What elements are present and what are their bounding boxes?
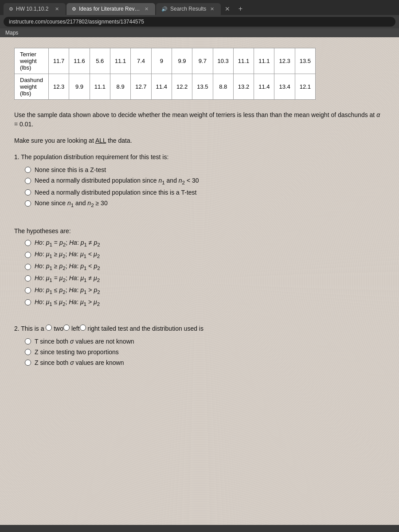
terrier-val-1: 11.7 <box>49 48 69 74</box>
dashund-val-3: 11.1 <box>90 74 110 100</box>
address-bar-row: instructure.com/courses/2177802/assignme… <box>0 15 399 28</box>
tab-hw-label: HW 10.1,10.2 <box>16 6 51 12</box>
tab-hw-icon: ⚙ <box>9 6 13 12</box>
question2-options: T since both σ values are not known Z si… <box>25 338 385 366</box>
terrier-val-3: 5.6 <box>90 48 110 74</box>
dashund-val-10: 13.2 <box>233 74 254 100</box>
hyp-option-2[interactable]: Ho: μ1 ≥ μ2; Ha: μ1 < μ2 <box>25 250 385 259</box>
data-table: Terrierweight(lbs) 11.7 11.6 5.6 11.1 7.… <box>14 48 316 100</box>
q2-option-2-label: Z since testing two proportions <box>35 348 119 356</box>
q1-option-2[interactable]: Need a normally distributed population s… <box>25 177 385 185</box>
hyp-option-1[interactable]: Ho: p1 = p2; Ha: p1 ≠ p2 <box>25 239 385 247</box>
question2-label: 2. This is a two left right tailed test … <box>14 324 385 333</box>
tab-search-x[interactable]: ✕ <box>223 5 231 13</box>
terrier-val-10: 11.1 <box>233 48 254 74</box>
tab-search[interactable]: 🔊 Search Results ✕ <box>156 3 221 15</box>
q2-option-1-label: T since both σ values are not known <box>35 338 134 345</box>
address-bar[interactable]: instructure.com/courses/2177802/assignme… <box>4 17 395 27</box>
q2-option-2[interactable]: Z since testing two proportions <box>25 348 385 356</box>
tab-ideas-label: Ideas for Literature Review <box>79 6 141 12</box>
tab-ideas-close[interactable]: ✕ <box>143 6 150 12</box>
terrier-val-2: 11.6 <box>69 48 90 74</box>
hypotheses-section: The hypotheses are: Ho: p1 = p2; Ha: p1 … <box>14 227 385 307</box>
q2-radio-3[interactable] <box>25 360 31 366</box>
terrier-val-5: 7.4 <box>131 48 151 74</box>
q2-radio-2[interactable] <box>25 349 31 355</box>
terrier-val-13: 13.5 <box>295 48 315 74</box>
hyp-option-3[interactable]: Ho: p1 ≥ p2; Ha: p1 < p2 <box>25 262 385 271</box>
terrier-header: Terrierweight(lbs) <box>15 48 49 74</box>
q1-option-4-label: None since n1 and n2 ≥ 30 <box>35 200 108 208</box>
hyp-radio-3[interactable] <box>25 264 31 270</box>
q1-option-3-label: Need a normally distributed population s… <box>35 189 197 196</box>
instruction-text: Make sure you are looking at ALL the dat… <box>14 136 385 145</box>
tab-hw[interactable]: ⚙ HW 10.1,10.2 ✕ <box>4 3 66 15</box>
page-content: Terrierweight(lbs) 11.7 11.6 5.6 11.1 7.… <box>0 37 399 525</box>
hyp-radio-1[interactable] <box>25 240 31 246</box>
terrier-val-7: 9.9 <box>172 48 192 74</box>
dashund-val-1: 12.3 <box>49 74 69 100</box>
hyp-option-3-label: Ho: p1 ≥ p2; Ha: p1 < p2 <box>35 262 100 271</box>
hypotheses-options: Ho: p1 = p2; Ha: p1 ≠ p2 Ho: μ1 ≥ μ2; Ha… <box>25 239 385 307</box>
new-tab-button[interactable]: + <box>234 3 246 15</box>
table-row-dashund: Dashundweight(lbs) 12.3 9.9 11.1 8.9 12.… <box>15 74 316 100</box>
tab-ideas[interactable]: ⚙ Ideas for Literature Review ✕ <box>66 3 155 15</box>
spacer <box>14 317 385 324</box>
q1-option-4[interactable]: None since n1 and n2 ≥ 30 <box>25 200 385 208</box>
hyp-radio-2[interactable] <box>25 252 31 258</box>
tab-search-close[interactable]: ✕ <box>209 6 215 12</box>
q1-radio-4[interactable] <box>25 200 31 207</box>
hyp-radio-4[interactable] <box>25 275 31 282</box>
dashund-val-4: 8.9 <box>110 74 130 100</box>
q1-radio-1[interactable] <box>25 167 31 173</box>
cursor-area <box>14 217 385 227</box>
tab-ideas-icon: ⚙ <box>72 6 76 12</box>
q1-radio-3[interactable] <box>25 189 31 196</box>
question1-options: None since this is a Z-test Need a norma… <box>25 166 385 208</box>
q1-option-1-label: None since this is a Z-test <box>35 166 106 173</box>
question1-block: 1. The population distribution requireme… <box>14 153 385 208</box>
hyp-radio-6[interactable] <box>25 299 31 305</box>
dashund-val-5: 12.7 <box>131 74 151 100</box>
dashund-val-9: 8.8 <box>213 74 233 100</box>
terrier-val-12: 12.3 <box>274 48 295 74</box>
terrier-val-8: 9.7 <box>192 48 213 74</box>
q1-option-1[interactable]: None since this is a Z-test <box>25 166 385 173</box>
hyp-option-2-label: Ho: μ1 ≥ μ2; Ha: μ1 < μ2 <box>35 250 100 259</box>
dashund-val-2: 9.9 <box>69 74 90 100</box>
tab-search-label: Search Results <box>170 6 206 12</box>
dashund-val-13: 12.1 <box>295 74 315 100</box>
hyp-option-6-label: Ho: μ1 ≤ μ2; Ha: μ1 > μ2 <box>35 298 100 307</box>
hypotheses-label: The hypotheses are: <box>14 227 385 235</box>
tab-hw-close[interactable]: ✕ <box>54 6 60 12</box>
terrier-val-11: 11.1 <box>254 48 274 74</box>
question1-label: 1. The population distribution requireme… <box>14 153 385 162</box>
q2-radio-1[interactable] <box>25 338 31 344</box>
hyp-radio-5[interactable] <box>25 287 31 293</box>
terrier-val-4: 11.1 <box>110 48 130 74</box>
tab-search-icon: 🔊 <box>161 6 168 12</box>
hyp-option-5-label: Ho: p1 ≤ p2; Ha: p1 > p2 <box>35 286 100 295</box>
dashund-val-8: 13.5 <box>192 74 213 100</box>
dashund-val-12: 13.4 <box>274 74 295 100</box>
q1-option-3[interactable]: Need a normally distributed population s… <box>25 189 385 196</box>
q2-option-1[interactable]: T since both σ values are not known <box>25 338 385 345</box>
bookmarks-bar: Maps <box>0 28 399 37</box>
intro-text: Use the sample data shown above to decid… <box>14 110 385 129</box>
hyp-option-6[interactable]: Ho: μ1 ≤ μ2; Ha: μ1 > μ2 <box>25 298 385 307</box>
terrier-val-9: 10.3 <box>213 48 233 74</box>
dashund-val-6: 11.4 <box>151 74 172 100</box>
question2-block: 2. This is a two left right tailed test … <box>14 324 385 366</box>
bookmark-maps[interactable]: Maps <box>5 30 18 36</box>
q2-option-3[interactable]: Z since both σ values are known <box>25 359 385 366</box>
browser-chrome: ⚙ HW 10.1,10.2 ✕ ⚙ Ideas for Literature … <box>0 0 399 37</box>
table-row-terrier: Terrierweight(lbs) 11.7 11.6 5.6 11.1 7.… <box>15 48 316 74</box>
tab-bar: ⚙ HW 10.1,10.2 ✕ ⚙ Ideas for Literature … <box>0 0 399 15</box>
q1-radio-2[interactable] <box>25 178 31 184</box>
terrier-val-6: 9 <box>151 48 172 74</box>
dashund-header: Dashundweight(lbs) <box>15 74 49 100</box>
q2-option-3-label: Z since both σ values are known <box>35 359 124 366</box>
hyp-option-5[interactable]: Ho: p1 ≤ p2; Ha: p1 > p2 <box>25 286 385 295</box>
hyp-option-4[interactable]: Ho: μ1 = μ2; Ha: μ1 ≠ μ2 <box>25 274 385 283</box>
dashund-val-11: 11.4 <box>254 74 274 100</box>
